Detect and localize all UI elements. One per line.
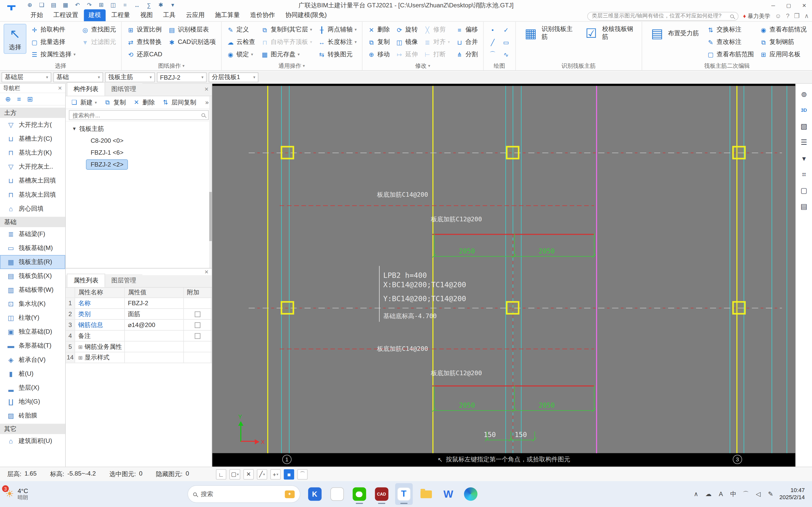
rebar-annotation[interactable]: 板底加筋C14@200 [377, 344, 428, 353]
sidebar-item[interactable]: ⌂房心回填 [0, 202, 65, 216]
column-element[interactable] [506, 301, 519, 315]
grid-icon[interactable]: ⌗ [121, 1, 129, 9]
save-icon[interactable]: ▦ [62, 1, 69, 9]
property-row[interactable]: 4备注 [66, 331, 212, 341]
ribbon-button[interactable]: ╂两点辅轴▾ [316, 24, 358, 36]
pan-icon[interactable]: ⊕ [5, 95, 11, 103]
ribbon-button[interactable]: ✱CAD识别选项 [166, 36, 217, 48]
rebar-annotation[interactable]: LPB2 h=400 [383, 271, 427, 279]
sidebar-item[interactable]: ▥基础板带(W) [0, 283, 65, 297]
chevron-icon[interactable]: ▾ [799, 153, 809, 164]
taskbar-app-wps[interactable]: W [440, 483, 457, 505]
ribbon-button[interactable]: ≡偏移 [454, 24, 479, 36]
cloud-icon[interactable]: ☁ [705, 491, 712, 498]
toolbar-button[interactable]: ❏新建▾ [69, 97, 98, 108]
ribbon-tab[interactable]: 工程设置 [49, 9, 83, 21]
taskbar-app-gtj[interactable]: T [395, 483, 412, 505]
ribbon-button[interactable]: ▦图元存盘▾ [259, 49, 314, 61]
search-icon[interactable] [201, 113, 205, 117]
drawing-field[interactable] [212, 86, 796, 453]
property-row[interactable]: 5⊞钢筋业务属性 [66, 341, 212, 352]
sidebar-item[interactable]: ⊡集水坑(K) [0, 297, 65, 311]
ribbon-button[interactable]: ∿ [501, 49, 512, 61]
ribbon-button[interactable]: ☰按属性选择▾ [29, 49, 77, 61]
toolbar-button[interactable]: ✕删除 [131, 97, 156, 108]
fillet-tool[interactable]: ⌒ [297, 469, 308, 480]
ribbon-button[interactable]: ⧉复制钢筋 [758, 36, 808, 48]
tree-expand-icon[interactable]: ▼ [72, 126, 77, 131]
sidebar-item[interactable]: ⌂建筑面积(U) [0, 434, 65, 448]
ortho-tool[interactable]: ∟ [216, 469, 226, 480]
property-value[interactable] [125, 341, 184, 352]
tree-item[interactable]: FBZJ-1 <6> [66, 147, 212, 158]
ribbon-button[interactable]: ◉锁定▾ [225, 49, 257, 61]
ribbon-button[interactable]: ◫镜像 [394, 36, 419, 48]
layer-dropdown[interactable]: 基础层▾ [2, 72, 51, 82]
column-element[interactable] [281, 301, 294, 315]
panel-tab[interactable]: 构件列表 [67, 82, 105, 96]
feedback-emoji-icon[interactable]: ☺ [775, 12, 781, 20]
more-icon[interactable]: ▾ [169, 1, 176, 9]
close-icon[interactable]: ✕ [58, 86, 62, 91]
ribbon-group-label[interactable]: 通用操作▾ [224, 62, 359, 70]
nav-section-header[interactable]: 其它 [0, 424, 65, 434]
scrollbar[interactable] [209, 96, 212, 268]
ribbon-button[interactable]: ▤布置受力筋 [646, 24, 702, 42]
help-search-box[interactable]: 类层三维显示图元/轴网有错位，位置不对应如何处理? [587, 12, 739, 20]
taskbar-app-cad[interactable]: CAD [373, 483, 390, 505]
sidebar-item[interactable]: ◈桩承台(V) [0, 353, 65, 367]
sidebar-item[interactable]: ◫柱墩(Y) [0, 311, 65, 325]
layer-dropdown[interactable]: FBZJ-2▾ [157, 72, 207, 82]
undo-icon[interactable]: ↶ [73, 1, 82, 9]
pen-icon[interactable]: ✎ [767, 491, 774, 498]
ribbon-button[interactable]: • [487, 24, 498, 36]
chevron-icon[interactable]: ∧ [693, 491, 700, 498]
close-icon[interactable]: ✕ [204, 269, 209, 275]
ribbon-button[interactable]: ⇆转换图元 [316, 49, 358, 61]
property-row[interactable]: 1名称FBZJ-2 [66, 298, 212, 309]
close-button[interactable]: ✕ [797, 0, 812, 10]
ribbon-button[interactable]: ▢批量选择 [29, 36, 77, 48]
table-icon[interactable]: ⊞ [97, 1, 105, 9]
sidebar-item[interactable]: ▤筏板负筋(X) [0, 269, 65, 283]
nav-section-header[interactable]: 土方 [0, 108, 65, 118]
taskbar-app-kingsoft[interactable]: K [306, 483, 323, 505]
volume-icon[interactable]: ◁ [755, 491, 762, 498]
ribbon-tab[interactable]: 协同建模(限免) [281, 9, 332, 21]
view-icon[interactable]: ◫ [109, 1, 117, 9]
ribbon-button[interactable]: ⇄查找替换 [125, 36, 164, 48]
sidebar-item[interactable]: ⊔基槽土方(C) [0, 132, 65, 146]
ribbon-button[interactable]: ⧉复制到其它层▾ [259, 24, 314, 36]
ribbon-button[interactable]: ◉查看布筋情况 [758, 24, 808, 36]
nav-section-header[interactable]: 基础 [0, 217, 65, 227]
list-icon[interactable]: ≡ [17, 95, 21, 103]
layer-dropdown[interactable]: 基础▾ [53, 72, 103, 82]
tree-root[interactable]: ▼筏板主筋 [66, 123, 212, 134]
ribbon-tab[interactable]: 建模 [84, 9, 106, 21]
rebar-annotation[interactable]: Y:BC14@200;TC14@200 [383, 294, 466, 303]
help-icon[interactable]: ? [786, 12, 790, 20]
grid-icon[interactable]: ⊞ [27, 95, 33, 103]
ribbon-tab[interactable]: 开始 [26, 9, 48, 21]
sidebar-item[interactable]: ▮桩(U) [0, 367, 65, 381]
ribbon-button[interactable]: ✎定义 [225, 24, 257, 36]
ribbon-button[interactable]: ▭ [501, 36, 512, 48]
tree-item[interactable]: FBZJ-2 <2> [66, 158, 212, 170]
expand-icon[interactable]: ⊞ [78, 344, 83, 349]
sidebar-item[interactable]: ▽大开挖土方( [0, 118, 65, 132]
ribbon-button[interactable]: ⊕移动 [366, 49, 391, 61]
taskbar-app-folder[interactable] [417, 483, 435, 505]
search-icon[interactable] [730, 14, 733, 18]
fitbox-icon[interactable]: ▢ [799, 185, 809, 196]
ribbon-button[interactable]: ⊞应用同名板 [758, 49, 808, 61]
taskbar-weather[interactable]: ☀3 4°C 晴朗 [5, 487, 28, 501]
taskbar-app-wechat[interactable] [350, 483, 368, 505]
ribbon-button[interactable]: ⋔分割 [454, 49, 479, 61]
rebar-annotation[interactable]: 板底加筋C12@200 [431, 369, 482, 378]
ribbon-button[interactable]: ⧉复制 [366, 36, 391, 48]
view3d-icon[interactable]: 3D [799, 105, 809, 115]
ribbon-button[interactable]: ▦识别筏板主筋 [519, 24, 577, 42]
ribbon-button[interactable]: ✛拾取构件 [29, 24, 77, 36]
sidebar-item[interactable]: ▨砖胎膜 [0, 409, 65, 422]
ribbon-button[interactable]: ↦延伸 [394, 49, 419, 61]
